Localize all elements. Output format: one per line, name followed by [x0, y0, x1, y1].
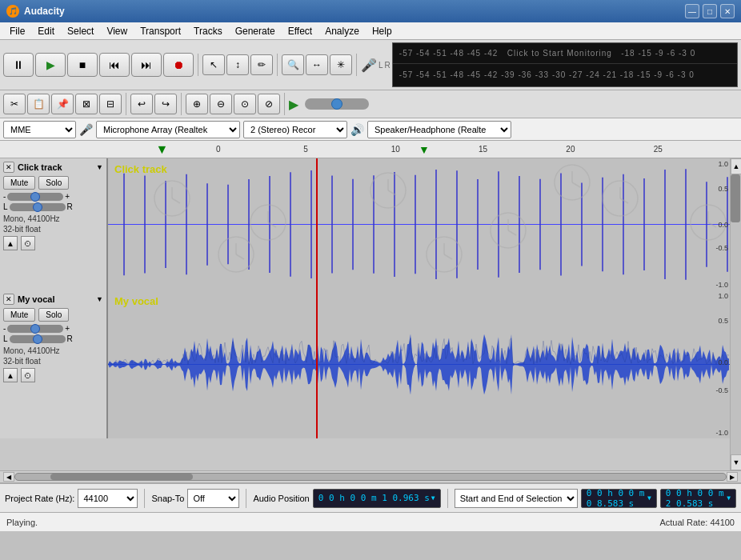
scroll-up-arrow[interactable]: ▲ [731, 158, 741, 174]
click-track-dropdown[interactable]: ▼ [96, 163, 103, 171]
playback-speed-slider[interactable] [305, 98, 369, 110]
menu-file[interactable]: File [3, 24, 31, 38]
scroll-right-arrow[interactable]: ▶ [727, 472, 738, 482]
sel-start-display[interactable]: 0 0 h 0 0 m 0 8.583 s ▼ [581, 489, 657, 508]
menu-edit[interactable]: Edit [31, 24, 61, 38]
click-solo-button[interactable]: Solo [38, 176, 69, 190]
snap-select[interactable]: Off Nearest Prior [187, 489, 239, 508]
click-track-header: ✕ Click track ▼ [3, 162, 103, 173]
zoom-fit-button[interactable]: ⊙ [234, 94, 256, 114]
zoom-in-button[interactable]: ⊕ [186, 94, 208, 114]
scroll-left-arrow[interactable]: ◀ [3, 472, 14, 482]
menu-transport[interactable]: Transport [134, 24, 187, 38]
audio-position-display[interactable]: 0 0 h 0 0 m 1 0.963 s ▼ [313, 489, 441, 508]
undo-button[interactable]: ↩ [130, 94, 153, 114]
mic-device-select[interactable]: Microphone Array (Realtek [96, 121, 240, 138]
zoom-out-button[interactable]: ⊖ [210, 94, 232, 114]
ruler-scale[interactable]: 051015202530▼ [216, 141, 741, 158]
copy-button[interactable]: 📋 [27, 94, 50, 114]
audio-position-label: Audio Position [253, 494, 309, 503]
vocal-track-header: ✕ My vocal ▼ [3, 294, 103, 305]
skip-start-button[interactable]: ⏮ [99, 53, 130, 77]
sep5 [181, 93, 182, 115]
vocal-track-dropdown[interactable]: ▼ [96, 295, 103, 303]
vocal-pan-row: L R [3, 334, 103, 343]
ruler-tick-20: 20 [566, 145, 575, 154]
speaker-device-select[interactable]: Speaker/Headphone (Realte [367, 121, 511, 138]
ruler-tick-5: 5 [303, 145, 308, 154]
vocal-track: ✕ My vocal ▼ Mute Solo ‑ + L R [0, 290, 730, 438]
multi-tool[interactable]: ✳ [330, 54, 352, 75]
sel-start-arrow: ▼ [647, 494, 651, 502]
audio-host-select[interactable]: MME DirectSound WASAPI [3, 121, 76, 138]
vocal-waveform-svg: My vocal [108, 290, 730, 438]
menu-tracks[interactable]: Tracks [187, 24, 229, 38]
titlebar-left: 🎵 Audacity [6, 5, 65, 18]
vu-monitor-bar[interactable]: ‑57 ‑54 ‑51 ‑48 ‑45 ‑42 Click to Start M… [393, 43, 737, 64]
project-rate-label: Project Rate (Hz): [5, 494, 74, 503]
record-button[interactable]: ⏺ [163, 53, 194, 77]
silence-button[interactable]: ⊟ [99, 94, 122, 114]
ruler-tick-0: 0 [216, 145, 221, 154]
sel-end-display[interactable]: 0 0 h 0 0 m 2 0.583 s ▼ [660, 489, 736, 508]
horizontal-scroll-thumb[interactable] [50, 474, 193, 480]
scroll-thumb[interactable] [731, 174, 740, 222]
zoom-in-tool[interactable]: 🔍 [282, 54, 304, 75]
vocal-track-close[interactable]: ✕ [3, 294, 14, 305]
sel-type-select[interactable]: Start and End of Selection Start and Len… [455, 489, 578, 508]
menu-help[interactable]: Help [366, 24, 399, 38]
click-gain-slider[interactable] [7, 193, 63, 201]
trim-button[interactable]: ⊠ [75, 94, 98, 114]
selection-tool[interactable]: ↖ [202, 54, 225, 75]
fit-tool[interactable]: ↔ [306, 54, 328, 75]
menu-view[interactable]: View [100, 24, 134, 38]
vocal-mute-button[interactable]: Mute [3, 308, 35, 322]
vocal-pan-r: R [67, 334, 73, 343]
vocal-menu-button[interactable]: ⏲ [21, 368, 35, 382]
cut-button[interactable]: ✂ [3, 94, 26, 114]
mic-icon: 🎤 [361, 58, 377, 73]
click-track-info: Mono, 44100Hz32-bit float [3, 214, 103, 234]
menu-select[interactable]: Select [61, 24, 100, 38]
vocal-solo-button[interactable]: Solo [38, 308, 69, 322]
close-button[interactable]: ✕ [720, 4, 735, 18]
pause-button[interactable]: ⏸ [3, 53, 34, 77]
vocal-track-name: My vocal [18, 294, 93, 304]
zoom-sel-button[interactable]: ⊘ [258, 94, 280, 114]
menu-effect[interactable]: Effect [282, 24, 318, 38]
vocal-gain-slider[interactable] [7, 325, 63, 333]
maximize-button[interactable]: □ [703, 4, 717, 18]
play-button[interactable]: ▶ [35, 53, 66, 77]
click-collapse-button[interactable]: ▲ [3, 236, 18, 250]
device-row: MME DirectSound WASAPI 🎤 Microphone Arra… [0, 118, 741, 141]
redo-button[interactable]: ↪ [154, 94, 177, 114]
stop-button[interactable]: ■ [67, 53, 98, 77]
paste-button[interactable]: 📌 [51, 94, 74, 114]
vertical-scrollbar[interactable]: ▲ ▼ [730, 158, 741, 470]
click-pan-slider[interactable] [10, 203, 66, 211]
vocal-track-waveform[interactable]: 1.0 0.5 0.0 ‑0.5 ‑1.0 My vocal [108, 290, 730, 438]
menu-analyze[interactable]: Analyze [318, 24, 366, 38]
titlebar-controls: — □ ✕ [685, 4, 735, 18]
click-mute-button[interactable]: Mute [3, 176, 35, 190]
horizontal-scroll-track[interactable] [14, 473, 727, 481]
vu-label2: R [385, 61, 391, 70]
vocal-scale-top: 1.0 [718, 292, 728, 300]
scroll-down-arrow[interactable]: ▼ [731, 454, 741, 470]
click-scale-p5: 0.5 [718, 185, 728, 193]
click-menu-button[interactable]: ⏲ [21, 236, 35, 250]
skip-end-button[interactable]: ⏭ [131, 53, 162, 77]
envelope-tool[interactable]: ↕ [226, 54, 249, 75]
ruler-tick-25: 25 [654, 145, 663, 154]
draw-tool[interactable]: ✏ [250, 54, 273, 75]
project-rate-select[interactable]: 44100 22050 48000 96000 [78, 489, 138, 508]
menu-generate[interactable]: Generate [229, 24, 282, 38]
snap-section: Snap-To Off Nearest Prior [151, 489, 239, 508]
vocal-collapse-button[interactable]: ▲ [3, 368, 18, 382]
click-track-waveform[interactable]: 1.0 0.5 0.0 ‑0.5 ‑1.0 Click track [108, 158, 730, 290]
vocal-pan-slider[interactable] [10, 335, 66, 343]
minimize-button[interactable]: — [685, 4, 699, 18]
channels-select[interactable]: 2 (Stereo) Recor 1 (Mono) [243, 121, 347, 138]
tracks-container: ✕ Click track ▼ Mute Solo ‑ + L R [0, 158, 730, 470]
click-track-close[interactable]: ✕ [3, 162, 14, 173]
